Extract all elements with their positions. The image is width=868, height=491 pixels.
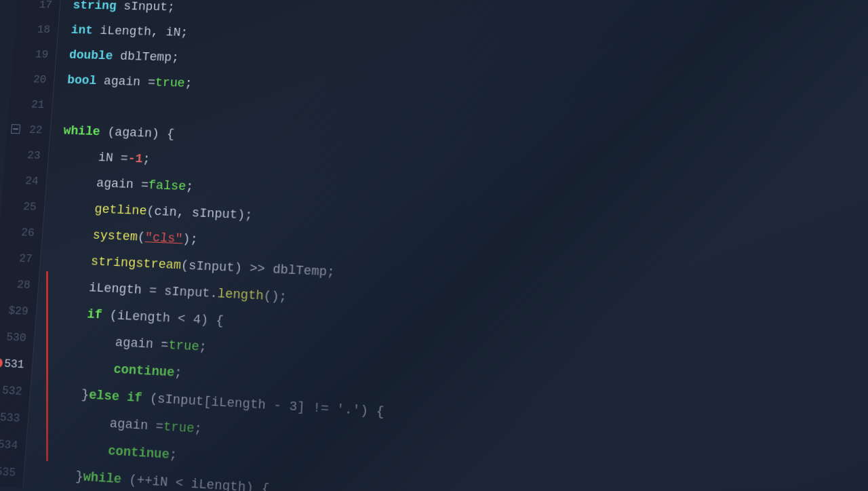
str-cls: "cls" [144,230,183,247]
kw-string: string [73,0,117,14]
line-24: 24 [2,167,47,194]
code-content: string sInput; int iLength, iN; double d… [23,0,868,491]
line-21: 21 [8,91,53,117]
editor-content: 17 18 19 20 21 22 [0,0,868,491]
line-34: 534 [0,429,27,459]
breakpoint-line [46,271,48,461]
kw-while: while [63,123,101,140]
line-22: 22 [6,116,51,142]
fold-marker-22[interactable] [11,124,20,134]
breakpoint-31[interactable] [0,358,3,368]
line-26: 26 [0,218,43,246]
val-neg1: -1 [127,151,143,167]
line-27: 27 [0,244,41,272]
line-32: 532 [0,376,31,405]
fn-getline: getline [94,201,147,218]
kw-while2: while [83,469,122,487]
val-false: false [148,178,186,194]
line-18: 18 [15,16,59,42]
kw-if: if [87,307,103,323]
fn-stringstream: stringstream [90,254,181,273]
line-17: 17 [17,0,61,17]
line-25: 25 [0,193,45,220]
kw-int: int [71,22,94,37]
line-33: 533 [0,403,29,433]
kw-bool: bool [66,73,97,88]
val-true: true [155,75,185,91]
line-20: 20 [11,66,55,92]
line-28: 28 [0,270,39,298]
line-30: 530 [0,323,35,351]
code-editor: 17 18 19 20 21 22 [0,0,868,491]
fn-length: length [217,286,264,304]
val-true3: true [163,418,195,436]
fn-system: system [92,227,138,244]
line-29: $29 [0,296,37,325]
line-19: 19 [13,41,57,66]
kw-else-if: else if [88,387,142,406]
kw-double: double [68,47,113,63]
line-31: 531 [0,349,33,378]
line-35: 535 [0,456,24,486]
kw-continue1: continue [113,361,175,380]
line-23: 23 [4,141,49,168]
kw-continue2: continue [107,443,170,463]
val-true2: true [168,337,200,354]
